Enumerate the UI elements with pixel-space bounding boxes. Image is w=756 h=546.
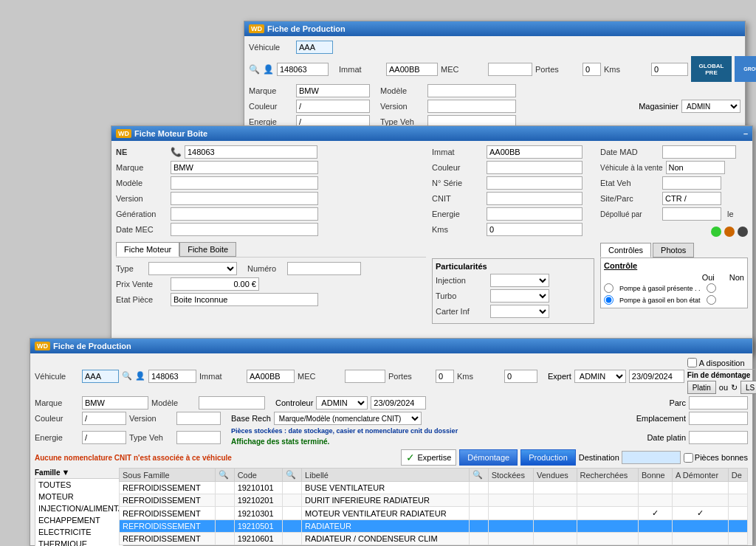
kms-input-bg[interactable]	[651, 63, 688, 76]
portes-input-main[interactable]	[436, 370, 454, 383]
base-rech-select[interactable]: Marque/Modèle (nomenclature CNIT)	[274, 412, 422, 425]
couleur-input-main[interactable]	[82, 412, 126, 425]
tab-controles[interactable]: Contrôles	[600, 243, 651, 258]
datemad-input[interactable]	[662, 145, 736, 159]
modele-label-bg: Modèle	[380, 86, 425, 95]
ne-input[interactable]	[185, 145, 317, 159]
energie-input-main[interactable]	[82, 431, 126, 444]
expert-date[interactable]	[629, 370, 684, 383]
base-rech-label: Base Rech	[231, 414, 271, 423]
nserie-input[interactable]	[487, 176, 583, 190]
dot-orange	[724, 227, 735, 237]
vehicle-input-main[interactable]	[82, 370, 119, 383]
vehicle-label-main: Véhicule	[35, 372, 79, 381]
pieces-bonnes-cb[interactable]	[684, 453, 693, 463]
version-input-moteur[interactable]	[171, 192, 318, 205]
vehicle-input-bg[interactable]	[296, 41, 333, 54]
couleur-label-main: Couleur	[35, 414, 79, 423]
modele-input-main[interactable]	[199, 396, 265, 410]
marque-input-main[interactable]	[82, 396, 148, 410]
mec-input-bg[interactable]	[488, 63, 532, 76]
type-label: Type	[116, 264, 145, 273]
etatpiece-input[interactable]	[171, 293, 318, 306]
family-item-toutes[interactable]: TOUTES	[35, 479, 123, 491]
type-select[interactable]	[148, 262, 237, 275]
expert-select[interactable]: ADMIN	[574, 370, 626, 383]
cell-stockees-4	[488, 533, 533, 545]
tab-fiche-boite[interactable]: Fiche Boite	[179, 242, 236, 257]
kms-input-main[interactable]	[504, 370, 537, 383]
datemec-input[interactable]	[171, 223, 318, 236]
marque-input-bg[interactable]	[296, 84, 370, 97]
immat-input-main[interactable]	[247, 370, 295, 383]
family-list[interactable]: TOUTES MOTEUR INJECTION/ALIMENTAT ECHAPP…	[35, 478, 123, 546]
marque-input-moteur[interactable]	[171, 161, 318, 174]
prixvente-input[interactable]	[171, 277, 259, 291]
pompe-gasoil-non[interactable]	[707, 283, 716, 293]
modele-input-bg[interactable]	[427, 84, 516, 97]
pieces-msg: Pièces stockées : date stockage, casier …	[231, 427, 458, 435]
wd-badge-3: WD	[35, 342, 50, 350]
moteur-tabs: Fiche Moteur Fiche Boite	[116, 242, 426, 258]
couleur-input-moteur[interactable]	[487, 161, 583, 174]
modele-input-moteur[interactable]	[171, 176, 318, 190]
injection-select[interactable]	[490, 274, 549, 287]
a-disposition-cb[interactable]	[687, 358, 697, 367]
mec-input-main[interactable]	[345, 370, 385, 383]
window-production-bg: WD Fiche de Production Véhicule 🔍 👤 Imma…	[244, 21, 746, 142]
table-header-row: Sous Famille 🔍 Code 🔍 Libellé 🔍	[120, 469, 748, 482]
ls-btn[interactable]: LS	[740, 381, 756, 394]
vente-input[interactable]	[666, 161, 725, 174]
energie-input-moteur[interactable]	[487, 207, 583, 221]
couleur-input-bg[interactable]	[296, 100, 370, 113]
immat-input-moteur[interactable]	[487, 145, 583, 159]
cnit-input-moteur[interactable]	[487, 192, 583, 205]
etatveh-input[interactable]	[662, 176, 721, 190]
emplacement-input[interactable]	[689, 412, 748, 425]
tab-fiche-moteur[interactable]: Fiche Moteur	[116, 242, 179, 257]
controleur-select[interactable]: ADMIN	[316, 396, 368, 410]
family-item-echappement[interactable]: ECHAPPEMENT	[35, 514, 123, 526]
family-item-moteur[interactable]: MOTEUR	[35, 491, 123, 502]
date-platin-input[interactable]	[689, 431, 748, 444]
pompe-bon-non[interactable]	[707, 295, 716, 305]
turbo-select[interactable]	[490, 289, 549, 303]
siteparc-input[interactable]	[662, 192, 721, 205]
controleur-date[interactable]	[371, 396, 426, 410]
datemad-row: Date MAD	[600, 145, 748, 159]
minimize-btn[interactable]: –	[743, 129, 748, 138]
generation-input[interactable]	[171, 207, 318, 221]
th-stockees: Stockées	[488, 469, 533, 482]
portes-input-bg[interactable]	[583, 63, 601, 76]
family-item-injection[interactable]: INJECTION/ALIMENTAT	[35, 502, 123, 514]
pompe-bon-oui[interactable]	[604, 295, 614, 305]
platin-btn[interactable]: Platin	[687, 381, 716, 394]
typeveh-input-main[interactable]	[176, 431, 221, 444]
pompe-gasoil-oui[interactable]	[604, 283, 614, 293]
version-input-bg[interactable]	[427, 100, 516, 113]
search-input-main[interactable]	[148, 370, 196, 383]
search-input-bg[interactable]	[277, 63, 329, 76]
tab-photos[interactable]: Photos	[653, 243, 694, 258]
version-input-main[interactable]	[176, 412, 221, 425]
magasinier-select[interactable]: ADMIN	[681, 100, 740, 113]
carter-select[interactable]	[490, 305, 549, 318]
refresh-icon: ↻	[731, 383, 738, 393]
search-icon-bg: 🔍	[249, 64, 260, 75]
kms-input-moteur[interactable]	[487, 223, 583, 236]
version-label-main: Version	[129, 414, 173, 423]
family-item-thermique[interactable]: THERMIQUE	[35, 538, 123, 546]
parc-input[interactable]	[689, 396, 748, 410]
numero-input[interactable]	[287, 262, 361, 275]
demontage-btn[interactable]: Démontage	[459, 449, 518, 466]
window-moteur-boite: WD Fiche Moteur Boite – NE 📞 Marque Modè…	[111, 125, 753, 354]
depollue-input[interactable]	[662, 207, 721, 221]
production-btn[interactable]: Production	[520, 449, 576, 466]
right-col-moteur: Date MAD Véhicule à la vente Etat Veh Si…	[600, 145, 748, 324]
immat-input-bg[interactable]	[386, 63, 438, 76]
nserie-row: N° Série	[432, 176, 594, 190]
expertise-check-btn[interactable]: ✓ Expertise	[401, 449, 456, 466]
destination-input[interactable]	[622, 451, 681, 464]
vehicle-row-bg: Véhicule	[249, 41, 740, 54]
family-item-electricite[interactable]: ELECTRICITE	[35, 526, 123, 538]
